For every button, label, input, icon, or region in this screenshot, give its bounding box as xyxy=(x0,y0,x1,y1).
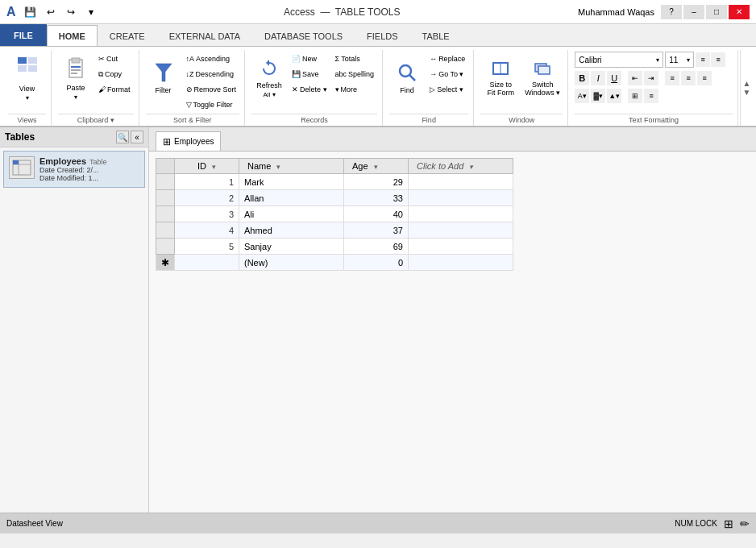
cell-name-1[interactable]: Mark xyxy=(239,174,344,190)
th-name[interactable]: Name ▾ xyxy=(239,159,344,174)
layout-view-btn[interactable]: ✏ xyxy=(740,517,750,530)
paste-button[interactable]: Paste ▾ xyxy=(58,52,93,105)
th-age[interactable]: Age ▾ xyxy=(344,159,409,174)
undo-quick-btn[interactable]: ↩ xyxy=(42,3,60,21)
new-record-button[interactable]: 📄 New xyxy=(289,52,330,66)
fill-button[interactable]: ▲▾ xyxy=(607,89,621,103)
align-center-btn[interactable]: ≡ xyxy=(681,71,696,85)
alt-row-btn[interactable]: ≡ xyxy=(644,89,658,103)
bold-button[interactable]: B xyxy=(575,71,589,85)
highlight-button[interactable]: ▓▾ xyxy=(591,89,605,103)
cell-add-1[interactable] xyxy=(409,174,513,190)
minimize-btn[interactable]: – xyxy=(683,5,704,19)
spelling-button[interactable]: abc Spelling xyxy=(332,67,378,81)
new-row[interactable]: ✱ (New) 0 xyxy=(156,255,513,271)
align-left-btn[interactable]: ≡ xyxy=(697,71,712,85)
cell-name-5[interactable]: Sanjay xyxy=(239,239,344,255)
tab-home[interactable]: HOME xyxy=(47,25,98,46)
customize-quick-btn[interactable]: ▾ xyxy=(82,3,100,21)
table-row[interactable]: 4 Ahmed 37 xyxy=(156,222,513,239)
new-row-add[interactable] xyxy=(409,255,513,271)
help-btn[interactable]: ? xyxy=(661,5,682,19)
paste-arrow: ▾ xyxy=(74,93,77,101)
cell-name-3[interactable]: Ali xyxy=(239,206,344,222)
tab-table[interactable]: TABLE xyxy=(410,25,462,46)
table-row[interactable]: 5 Sanjay 69 xyxy=(156,239,513,255)
totals-button[interactable]: Σ Totals xyxy=(332,52,378,66)
cell-age-5[interactable]: 69 xyxy=(344,239,409,255)
save-quick-btn[interactable]: 💾 xyxy=(22,3,39,21)
font-family-selector[interactable]: Calibri ▾ xyxy=(575,52,663,68)
new-row-age[interactable]: 0 xyxy=(344,255,409,271)
gridlines-btn[interactable]: ⊞ xyxy=(628,89,642,103)
align-list-btn[interactable]: ≡ xyxy=(696,52,710,67)
cell-id-4[interactable]: 4 xyxy=(175,222,239,239)
ribbon-group-views: View ▾ Views xyxy=(3,50,52,126)
th-id[interactable]: ID ▾ xyxy=(175,159,239,174)
cell-add-3[interactable] xyxy=(409,206,513,222)
indent-btn[interactable]: ⇤ xyxy=(628,71,642,85)
font-size-selector[interactable]: 11 ▾ xyxy=(665,52,694,68)
cut-button[interactable]: ✂ Cut xyxy=(95,52,134,66)
cell-age-4[interactable]: 37 xyxy=(344,222,409,239)
row-selector-5 xyxy=(156,239,175,255)
table-row[interactable]: 2 Allan 33 xyxy=(156,190,513,206)
cell-id-3[interactable]: 3 xyxy=(175,206,239,222)
view-button[interactable]: View ▾ xyxy=(10,52,45,105)
table-row[interactable]: 3 Ali 40 xyxy=(156,206,513,222)
cell-add-4[interactable] xyxy=(409,222,513,239)
close-btn[interactable]: ✕ xyxy=(729,5,750,19)
copy-button[interactable]: ⧉ Copy xyxy=(95,67,134,81)
underline-button[interactable]: U xyxy=(607,71,621,85)
italic-button[interactable]: I xyxy=(591,71,605,85)
cell-id-1[interactable]: 1 xyxy=(175,174,239,190)
redo-quick-btn[interactable]: ↪ xyxy=(62,3,80,21)
window-group-label: Window xyxy=(480,114,563,124)
switch-windows-button[interactable]: SwitchWindows ▾ xyxy=(522,52,563,105)
datasheet-view-btn[interactable]: ⊞ xyxy=(724,517,733,530)
remove-sort-button[interactable]: ⊘ Remove Sort xyxy=(183,82,240,97)
employees-tab[interactable]: ⊞ Employees xyxy=(156,131,221,151)
cell-id-2[interactable]: 2 xyxy=(175,190,239,206)
cell-age-1[interactable]: 29 xyxy=(344,174,409,190)
sort-desc-button[interactable]: ↓Z Descending xyxy=(183,67,240,81)
size-to-fit-button[interactable]: Size toFit Form xyxy=(480,52,521,105)
align-right-btn[interactable]: ≡ xyxy=(665,71,679,85)
ribbon-scroll[interactable]: ▲▼ xyxy=(740,50,753,126)
th-click-to-add[interactable]: Click to Add ▾ xyxy=(409,159,513,174)
cell-age-2[interactable]: 33 xyxy=(344,190,409,206)
tab-file[interactable]: FILE xyxy=(0,23,47,46)
find-button[interactable]: Find xyxy=(389,52,425,105)
cell-age-3[interactable]: 40 xyxy=(344,206,409,222)
sidebar-search-btn[interactable]: 🔍 xyxy=(116,131,129,143)
new-row-name[interactable]: (New) xyxy=(239,255,344,271)
cell-add-2[interactable] xyxy=(409,190,513,206)
outdent-btn[interactable]: ⇥ xyxy=(644,71,658,85)
delete-record-button[interactable]: ✕ Delete ▾ xyxy=(289,82,330,97)
sidebar-item-employees[interactable]: Employees Table Date Created: 2/... Date… xyxy=(3,151,145,188)
sort-asc-button[interactable]: ↑A Ascending xyxy=(183,52,240,66)
cell-id-5[interactable]: 5 xyxy=(175,239,239,255)
align-list2-btn[interactable]: ≡ xyxy=(711,52,725,67)
replace-button[interactable]: ↔ Replace xyxy=(426,52,468,66)
go-to-button[interactable]: → Go To ▾ xyxy=(426,67,468,81)
tab-create[interactable]: CREATE xyxy=(98,25,157,46)
tab-fields[interactable]: FIELDS xyxy=(355,25,410,46)
refresh-button[interactable]: Refresh All ▾ xyxy=(251,52,287,105)
filter-button[interactable]: Filter xyxy=(146,52,181,105)
cell-add-5[interactable] xyxy=(409,239,513,255)
tab-database-tools[interactable]: DATABASE TOOLS xyxy=(252,25,355,46)
sidebar-collapse-btn[interactable]: « xyxy=(131,131,143,143)
maximize-btn[interactable]: □ xyxy=(706,5,727,19)
format-painter-button[interactable]: 🖌 Format xyxy=(95,82,134,97)
cell-name-4[interactable]: Ahmed xyxy=(239,222,344,239)
cell-name-2[interactable]: Allan xyxy=(239,190,344,206)
table-row[interactable]: 1 Mark 29 xyxy=(156,174,513,190)
select-button[interactable]: ▷ Select ▾ xyxy=(426,82,468,97)
save-record-button[interactable]: 💾 Save xyxy=(289,67,330,81)
toggle-filter-button[interactable]: ▽ Toggle Filter xyxy=(183,98,240,112)
cut-label: Cut xyxy=(106,55,118,63)
tab-external-data[interactable]: EXTERNAL DATA xyxy=(157,25,252,46)
font-color-button[interactable]: A▾ xyxy=(575,89,589,103)
more-records-button[interactable]: ▾ More xyxy=(332,82,378,97)
